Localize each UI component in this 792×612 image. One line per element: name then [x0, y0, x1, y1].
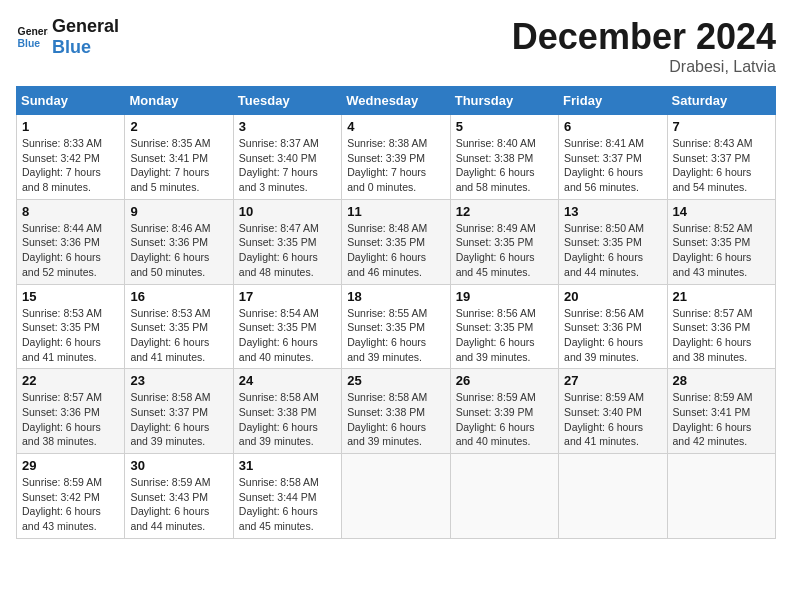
day-info: Sunrise: 8:59 AM Sunset: 3:41 PM Dayligh… [673, 390, 770, 449]
calendar-cell: 1Sunrise: 8:33 AM Sunset: 3:42 PM Daylig… [17, 115, 125, 200]
calendar-cell [342, 454, 450, 539]
calendar-header-row: SundayMondayTuesdayWednesdayThursdayFrid… [17, 87, 776, 115]
day-info: Sunrise: 8:38 AM Sunset: 3:39 PM Dayligh… [347, 136, 444, 195]
calendar-cell: 12Sunrise: 8:49 AM Sunset: 3:35 PM Dayli… [450, 199, 558, 284]
day-number: 13 [564, 204, 661, 219]
day-number: 10 [239, 204, 336, 219]
day-number: 8 [22, 204, 119, 219]
day-info: Sunrise: 8:44 AM Sunset: 3:36 PM Dayligh… [22, 221, 119, 280]
day-number: 20 [564, 289, 661, 304]
weekday-header: Tuesday [233, 87, 341, 115]
calendar-cell: 28Sunrise: 8:59 AM Sunset: 3:41 PM Dayli… [667, 369, 775, 454]
weekday-header: Monday [125, 87, 233, 115]
day-number: 17 [239, 289, 336, 304]
calendar-cell: 26Sunrise: 8:59 AM Sunset: 3:39 PM Dayli… [450, 369, 558, 454]
day-info: Sunrise: 8:58 AM Sunset: 3:38 PM Dayligh… [239, 390, 336, 449]
calendar-cell [450, 454, 558, 539]
day-number: 7 [673, 119, 770, 134]
day-info: Sunrise: 8:50 AM Sunset: 3:35 PM Dayligh… [564, 221, 661, 280]
day-info: Sunrise: 8:58 AM Sunset: 3:38 PM Dayligh… [347, 390, 444, 449]
day-info: Sunrise: 8:58 AM Sunset: 3:37 PM Dayligh… [130, 390, 227, 449]
day-info: Sunrise: 8:57 AM Sunset: 3:36 PM Dayligh… [673, 306, 770, 365]
day-number: 14 [673, 204, 770, 219]
weekday-header: Sunday [17, 87, 125, 115]
calendar-cell: 10Sunrise: 8:47 AM Sunset: 3:35 PM Dayli… [233, 199, 341, 284]
calendar-cell: 9Sunrise: 8:46 AM Sunset: 3:36 PM Daylig… [125, 199, 233, 284]
day-info: Sunrise: 8:35 AM Sunset: 3:41 PM Dayligh… [130, 136, 227, 195]
calendar-cell: 15Sunrise: 8:53 AM Sunset: 3:35 PM Dayli… [17, 284, 125, 369]
day-info: Sunrise: 8:59 AM Sunset: 3:43 PM Dayligh… [130, 475, 227, 534]
logo-text-blue: Blue [52, 37, 119, 58]
day-number: 1 [22, 119, 119, 134]
day-info: Sunrise: 8:59 AM Sunset: 3:40 PM Dayligh… [564, 390, 661, 449]
calendar-week-row: 8Sunrise: 8:44 AM Sunset: 3:36 PM Daylig… [17, 199, 776, 284]
calendar-week-row: 1Sunrise: 8:33 AM Sunset: 3:42 PM Daylig… [17, 115, 776, 200]
day-number: 23 [130, 373, 227, 388]
weekday-header: Friday [559, 87, 667, 115]
day-info: Sunrise: 8:53 AM Sunset: 3:35 PM Dayligh… [22, 306, 119, 365]
day-number: 26 [456, 373, 553, 388]
day-info: Sunrise: 8:56 AM Sunset: 3:35 PM Dayligh… [456, 306, 553, 365]
day-info: Sunrise: 8:58 AM Sunset: 3:44 PM Dayligh… [239, 475, 336, 534]
calendar-week-row: 29Sunrise: 8:59 AM Sunset: 3:42 PM Dayli… [17, 454, 776, 539]
calendar-cell: 21Sunrise: 8:57 AM Sunset: 3:36 PM Dayli… [667, 284, 775, 369]
month-title: December 2024 [512, 16, 776, 58]
calendar-table: SundayMondayTuesdayWednesdayThursdayFrid… [16, 86, 776, 539]
day-number: 2 [130, 119, 227, 134]
day-number: 24 [239, 373, 336, 388]
day-number: 28 [673, 373, 770, 388]
calendar-cell: 11Sunrise: 8:48 AM Sunset: 3:35 PM Dayli… [342, 199, 450, 284]
day-number: 4 [347, 119, 444, 134]
day-info: Sunrise: 8:52 AM Sunset: 3:35 PM Dayligh… [673, 221, 770, 280]
day-number: 6 [564, 119, 661, 134]
day-info: Sunrise: 8:53 AM Sunset: 3:35 PM Dayligh… [130, 306, 227, 365]
calendar-cell: 19Sunrise: 8:56 AM Sunset: 3:35 PM Dayli… [450, 284, 558, 369]
logo-text-general: General [52, 16, 119, 36]
logo: General Blue General Blue [16, 16, 119, 57]
day-info: Sunrise: 8:57 AM Sunset: 3:36 PM Dayligh… [22, 390, 119, 449]
day-number: 15 [22, 289, 119, 304]
calendar-cell: 31Sunrise: 8:58 AM Sunset: 3:44 PM Dayli… [233, 454, 341, 539]
logo-icon: General Blue [16, 21, 48, 53]
day-number: 22 [22, 373, 119, 388]
day-number: 5 [456, 119, 553, 134]
calendar-cell: 25Sunrise: 8:58 AM Sunset: 3:38 PM Dayli… [342, 369, 450, 454]
calendar-week-row: 22Sunrise: 8:57 AM Sunset: 3:36 PM Dayli… [17, 369, 776, 454]
svg-text:General: General [18, 26, 48, 37]
calendar-cell: 29Sunrise: 8:59 AM Sunset: 3:42 PM Dayli… [17, 454, 125, 539]
day-info: Sunrise: 8:55 AM Sunset: 3:35 PM Dayligh… [347, 306, 444, 365]
calendar-cell: 23Sunrise: 8:58 AM Sunset: 3:37 PM Dayli… [125, 369, 233, 454]
svg-text:Blue: Blue [18, 37, 41, 48]
calendar-cell: 8Sunrise: 8:44 AM Sunset: 3:36 PM Daylig… [17, 199, 125, 284]
calendar-cell [667, 454, 775, 539]
day-number: 9 [130, 204, 227, 219]
calendar-cell: 14Sunrise: 8:52 AM Sunset: 3:35 PM Dayli… [667, 199, 775, 284]
day-number: 27 [564, 373, 661, 388]
calendar-cell: 2Sunrise: 8:35 AM Sunset: 3:41 PM Daylig… [125, 115, 233, 200]
calendar-cell: 4Sunrise: 8:38 AM Sunset: 3:39 PM Daylig… [342, 115, 450, 200]
day-number: 12 [456, 204, 553, 219]
calendar-cell: 22Sunrise: 8:57 AM Sunset: 3:36 PM Dayli… [17, 369, 125, 454]
day-info: Sunrise: 8:56 AM Sunset: 3:36 PM Dayligh… [564, 306, 661, 365]
calendar-cell: 24Sunrise: 8:58 AM Sunset: 3:38 PM Dayli… [233, 369, 341, 454]
calendar-cell: 17Sunrise: 8:54 AM Sunset: 3:35 PM Dayli… [233, 284, 341, 369]
calendar-cell: 16Sunrise: 8:53 AM Sunset: 3:35 PM Dayli… [125, 284, 233, 369]
day-number: 18 [347, 289, 444, 304]
calendar-week-row: 15Sunrise: 8:53 AM Sunset: 3:35 PM Dayli… [17, 284, 776, 369]
day-info: Sunrise: 8:54 AM Sunset: 3:35 PM Dayligh… [239, 306, 336, 365]
page-header: General Blue General Blue December 2024 … [16, 16, 776, 76]
day-number: 11 [347, 204, 444, 219]
day-number: 3 [239, 119, 336, 134]
day-number: 30 [130, 458, 227, 473]
calendar-cell [559, 454, 667, 539]
day-number: 16 [130, 289, 227, 304]
calendar-cell: 20Sunrise: 8:56 AM Sunset: 3:36 PM Dayli… [559, 284, 667, 369]
day-info: Sunrise: 8:47 AM Sunset: 3:35 PM Dayligh… [239, 221, 336, 280]
day-number: 29 [22, 458, 119, 473]
day-number: 19 [456, 289, 553, 304]
calendar-cell: 13Sunrise: 8:50 AM Sunset: 3:35 PM Dayli… [559, 199, 667, 284]
day-info: Sunrise: 8:37 AM Sunset: 3:40 PM Dayligh… [239, 136, 336, 195]
calendar-cell: 5Sunrise: 8:40 AM Sunset: 3:38 PM Daylig… [450, 115, 558, 200]
location: Drabesi, Latvia [512, 58, 776, 76]
day-info: Sunrise: 8:48 AM Sunset: 3:35 PM Dayligh… [347, 221, 444, 280]
